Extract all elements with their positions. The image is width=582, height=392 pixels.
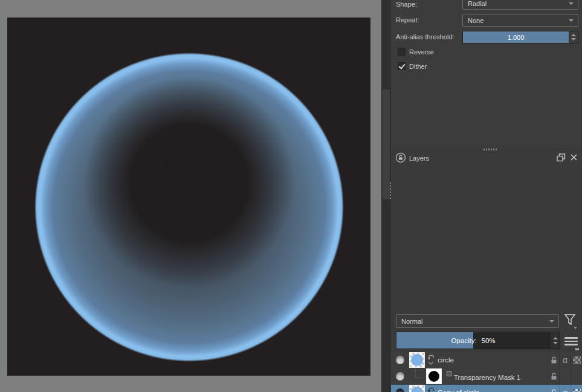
layers-docker: Layers Normal bbox=[391, 149, 582, 392]
canvas-document[interactable] bbox=[7, 18, 370, 376]
eye-icon bbox=[396, 372, 404, 381]
alpha-lock-toggle[interactable]: α bbox=[559, 385, 571, 392]
chevron-down-icon bbox=[569, 2, 574, 5]
opacity-track[interactable]: Opacity: 50% bbox=[396, 332, 550, 349]
chevron-down-icon bbox=[575, 348, 579, 350]
krita-window: Shape: Radial Repeat: None Anti-alias th… bbox=[0, 0, 582, 392]
spin-up-icon[interactable] bbox=[571, 34, 576, 36]
antialias-threshold-spinbox[interactable]: 1.000 bbox=[462, 31, 578, 43]
visibility-toggle[interactable] bbox=[391, 388, 409, 392]
opacity-text: Opacity: 50% bbox=[396, 332, 550, 349]
visibility-toggle[interactable] bbox=[391, 372, 409, 381]
inherit-alpha-toggle[interactable] bbox=[571, 368, 582, 384]
chevron-down-icon bbox=[549, 320, 554, 323]
alpha-icon: α bbox=[563, 356, 567, 364]
unlock-icon bbox=[550, 356, 558, 364]
opacity-value: 50% bbox=[482, 337, 496, 344]
alpha-lock-toggle[interactable] bbox=[559, 368, 571, 384]
repeat-value: None bbox=[468, 17, 483, 24]
opacity-spin-buttons[interactable] bbox=[550, 332, 560, 349]
layers-docker-header: Layers bbox=[391, 152, 582, 165]
layer-lock-toggle[interactable] bbox=[548, 385, 559, 392]
mask-name-wrap[interactable]: Transparency Mask 1 bbox=[447, 371, 548, 381]
repeat-dropdown[interactable]: None bbox=[462, 14, 578, 27]
layer-list: circle α Transparency Mask 1 bbox=[391, 352, 582, 392]
shape-dropdown[interactable]: Radial bbox=[462, 0, 578, 10]
reverse-label: Reverse bbox=[409, 48, 434, 56]
antialias-slider-fill: 1.000 bbox=[463, 31, 569, 43]
blend-mode-value: Normal bbox=[401, 318, 422, 325]
reverse-checkbox[interactable] bbox=[398, 48, 406, 56]
layer-thumbnail[interactable] bbox=[409, 352, 425, 368]
docker-drag-handle[interactable] bbox=[483, 149, 497, 150]
canvas-viewport[interactable] bbox=[0, 0, 381, 392]
mask-thumbnail[interactable] bbox=[426, 368, 442, 384]
dither-label: Dither bbox=[409, 63, 427, 70]
spin-down-icon[interactable] bbox=[553, 342, 558, 344]
alpha-lock-toggle[interactable]: α bbox=[559, 352, 571, 368]
inherit-alpha-toggle[interactable] bbox=[571, 352, 582, 368]
layer-row-copy-of-circle[interactable]: Copy of circle α bbox=[391, 385, 582, 392]
float-docker-icon[interactable] bbox=[557, 153, 566, 162]
mask-badge-icon bbox=[447, 371, 451, 376]
repeat-label: Repeat: bbox=[396, 16, 419, 24]
antialias-label: Anti-alias threshold: bbox=[396, 33, 454, 40]
eye-icon bbox=[396, 356, 404, 364]
spin-up-icon[interactable] bbox=[553, 337, 558, 339]
layer-name[interactable]: Copy of circle bbox=[438, 389, 548, 392]
docker-lock-icon[interactable] bbox=[395, 152, 406, 163]
blue-circle-thumb bbox=[411, 387, 423, 392]
layer-expander[interactable] bbox=[426, 385, 436, 392]
unlock-icon bbox=[550, 373, 558, 381]
shape-value: Radial bbox=[468, 0, 487, 7]
layer-expander[interactable] bbox=[426, 352, 436, 368]
layer-row-transparency-mask-1[interactable]: Transparency Mask 1 bbox=[391, 368, 582, 384]
dither-checkbox[interactable] bbox=[398, 62, 406, 70]
antialias-value: 1.000 bbox=[508, 34, 525, 41]
opacity-label: Opacity: bbox=[451, 337, 476, 344]
chevron-down-icon bbox=[574, 327, 577, 329]
layer-name[interactable]: circle bbox=[438, 356, 548, 364]
tree-branch bbox=[409, 368, 426, 384]
chevron-down-icon bbox=[569, 19, 574, 22]
right-dock-panel: Shape: Radial Repeat: None Anti-alias th… bbox=[391, 0, 582, 392]
blue-circle-thumb bbox=[411, 354, 423, 366]
inherit-alpha-toggle[interactable] bbox=[571, 385, 582, 392]
layer-row-circle[interactable]: circle α bbox=[391, 352, 582, 368]
layer-lock-toggle[interactable] bbox=[548, 368, 559, 384]
inherit-alpha-icon bbox=[573, 356, 581, 364]
spin-down-icon[interactable] bbox=[571, 38, 576, 40]
inherit-alpha-icon bbox=[573, 389, 581, 392]
layer-lock-toggle[interactable] bbox=[548, 352, 559, 368]
radial-gradient-circle-artwork bbox=[34, 53, 344, 362]
layer-thumbnail[interactable] bbox=[409, 385, 425, 392]
alpha-icon: α bbox=[563, 388, 567, 392]
mask-name: Transparency Mask 1 bbox=[454, 374, 520, 381]
visibility-toggle[interactable] bbox=[391, 356, 409, 364]
layer-filter-icon[interactable] bbox=[564, 313, 577, 328]
eye-icon bbox=[396, 388, 404, 392]
blend-mode-dropdown[interactable]: Normal bbox=[396, 314, 559, 328]
close-docker-icon[interactable] bbox=[570, 153, 578, 161]
black-circle-thumb bbox=[428, 371, 439, 382]
layers-menu-icon[interactable] bbox=[564, 335, 578, 347]
splitter-scrollbar-thumb[interactable] bbox=[383, 89, 390, 199]
shape-label: Shape: bbox=[396, 1, 417, 8]
opacity-slider[interactable]: Opacity: 50% bbox=[396, 332, 560, 349]
unlock-icon bbox=[550, 389, 558, 392]
layers-docker-title: Layers bbox=[409, 155, 429, 162]
antialias-spin-buttons[interactable] bbox=[569, 31, 578, 43]
